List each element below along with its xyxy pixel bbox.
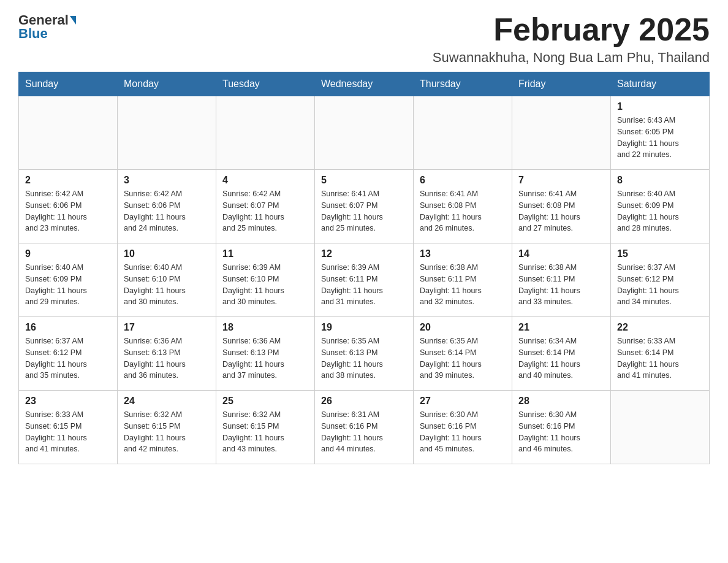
day-info: Sunrise: 6:34 AM Sunset: 6:14 PM Dayligh… (518, 335, 604, 381)
day-number: 3 (124, 175, 210, 186)
day-number: 21 (518, 322, 604, 333)
day-number: 15 (617, 248, 703, 259)
day-number: 20 (420, 322, 506, 333)
calendar-subtitle: Suwannakhuha, Nong Bua Lam Phu, Thailand (433, 50, 710, 66)
day-info: Sunrise: 6:42 AM Sunset: 6:06 PM Dayligh… (25, 188, 111, 234)
day-number: 27 (420, 396, 506, 407)
day-info: Sunrise: 6:42 AM Sunset: 6:07 PM Dayligh… (222, 188, 308, 234)
header-saturday: Saturday (611, 72, 710, 96)
day-number: 24 (124, 396, 210, 407)
header-sunday: Sunday (19, 72, 118, 96)
day-info: Sunrise: 6:41 AM Sunset: 6:08 PM Dayligh… (420, 188, 506, 234)
calendar-cell: 23Sunrise: 6:33 AM Sunset: 6:15 PM Dayli… (19, 391, 118, 464)
calendar-cell (216, 96, 315, 170)
day-info: Sunrise: 6:32 AM Sunset: 6:15 PM Dayligh… (124, 409, 210, 455)
calendar-header-row: SundayMondayTuesdayWednesdayThursdayFrid… (19, 72, 710, 96)
day-number: 10 (124, 248, 210, 259)
day-number: 7 (518, 175, 604, 186)
day-info: Sunrise: 6:39 AM Sunset: 6:10 PM Dayligh… (222, 262, 308, 308)
calendar-cell (315, 96, 414, 170)
header-monday: Monday (118, 72, 216, 96)
day-info: Sunrise: 6:38 AM Sunset: 6:11 PM Dayligh… (420, 262, 506, 308)
calendar-cell: 19Sunrise: 6:35 AM Sunset: 6:13 PM Dayli… (315, 317, 414, 391)
calendar-cell (118, 96, 216, 170)
logo: General Blue (18, 12, 76, 42)
calendar-cell (414, 96, 512, 170)
calendar-cell: 14Sunrise: 6:38 AM Sunset: 6:11 PM Dayli… (512, 243, 611, 317)
day-info: Sunrise: 6:40 AM Sunset: 6:09 PM Dayligh… (617, 188, 703, 234)
calendar-cell: 10Sunrise: 6:40 AM Sunset: 6:10 PM Dayli… (118, 243, 216, 317)
day-number: 6 (420, 175, 506, 186)
day-number: 18 (222, 322, 308, 333)
calendar-cell: 8Sunrise: 6:40 AM Sunset: 6:09 PM Daylig… (611, 170, 710, 243)
day-number: 1 (617, 101, 703, 112)
calendar-cell: 1Sunrise: 6:43 AM Sunset: 6:05 PM Daylig… (611, 96, 710, 170)
day-info: Sunrise: 6:40 AM Sunset: 6:09 PM Dayligh… (25, 262, 111, 308)
calendar-cell (19, 96, 118, 170)
day-number: 26 (321, 396, 407, 407)
day-info: Sunrise: 6:40 AM Sunset: 6:10 PM Dayligh… (124, 262, 210, 308)
logo-arrow-icon (70, 16, 76, 25)
day-info: Sunrise: 6:32 AM Sunset: 6:15 PM Dayligh… (222, 409, 308, 455)
day-info: Sunrise: 6:37 AM Sunset: 6:12 PM Dayligh… (25, 335, 111, 381)
calendar-cell: 15Sunrise: 6:37 AM Sunset: 6:12 PM Dayli… (611, 243, 710, 317)
day-info: Sunrise: 6:35 AM Sunset: 6:13 PM Dayligh… (321, 335, 407, 381)
calendar-cell: 17Sunrise: 6:36 AM Sunset: 6:13 PM Dayli… (118, 317, 216, 391)
header-thursday: Thursday (414, 72, 512, 96)
calendar-cell: 22Sunrise: 6:33 AM Sunset: 6:14 PM Dayli… (611, 317, 710, 391)
day-number: 16 (25, 322, 111, 333)
logo-blue-text: Blue (18, 26, 48, 42)
calendar-title: February 2025 (433, 12, 710, 47)
day-info: Sunrise: 6:30 AM Sunset: 6:16 PM Dayligh… (518, 409, 604, 455)
calendar-cell: 28Sunrise: 6:30 AM Sunset: 6:16 PM Dayli… (512, 391, 611, 464)
day-number: 23 (25, 396, 111, 407)
calendar-cell: 5Sunrise: 6:41 AM Sunset: 6:07 PM Daylig… (315, 170, 414, 243)
calendar-table: SundayMondayTuesdayWednesdayThursdayFrid… (18, 72, 710, 464)
day-info: Sunrise: 6:33 AM Sunset: 6:15 PM Dayligh… (25, 409, 111, 455)
week-row-4: 16Sunrise: 6:37 AM Sunset: 6:12 PM Dayli… (19, 317, 710, 391)
calendar-cell: 6Sunrise: 6:41 AM Sunset: 6:08 PM Daylig… (414, 170, 512, 243)
day-number: 19 (321, 322, 407, 333)
day-number: 17 (124, 322, 210, 333)
calendar-cell: 7Sunrise: 6:41 AM Sunset: 6:08 PM Daylig… (512, 170, 611, 243)
title-section: February 2025 Suwannakhuha, Nong Bua Lam… (433, 12, 710, 66)
day-info: Sunrise: 6:43 AM Sunset: 6:05 PM Dayligh… (617, 115, 703, 161)
calendar-cell: 11Sunrise: 6:39 AM Sunset: 6:10 PM Dayli… (216, 243, 315, 317)
week-row-3: 9Sunrise: 6:40 AM Sunset: 6:09 PM Daylig… (19, 243, 710, 317)
day-info: Sunrise: 6:38 AM Sunset: 6:11 PM Dayligh… (518, 262, 604, 308)
page-header: General Blue February 2025 Suwannakhuha,… (18, 12, 710, 66)
day-info: Sunrise: 6:31 AM Sunset: 6:16 PM Dayligh… (321, 409, 407, 455)
week-row-1: 1Sunrise: 6:43 AM Sunset: 6:05 PM Daylig… (19, 96, 710, 170)
calendar-cell: 21Sunrise: 6:34 AM Sunset: 6:14 PM Dayli… (512, 317, 611, 391)
calendar-cell: 20Sunrise: 6:35 AM Sunset: 6:14 PM Dayli… (414, 317, 512, 391)
header-tuesday: Tuesday (216, 72, 315, 96)
day-number: 8 (617, 175, 703, 186)
day-info: Sunrise: 6:42 AM Sunset: 6:06 PM Dayligh… (124, 188, 210, 234)
day-number: 22 (617, 322, 703, 333)
calendar-cell: 25Sunrise: 6:32 AM Sunset: 6:15 PM Dayli… (216, 391, 315, 464)
calendar-cell: 2Sunrise: 6:42 AM Sunset: 6:06 PM Daylig… (19, 170, 118, 243)
calendar-cell: 4Sunrise: 6:42 AM Sunset: 6:07 PM Daylig… (216, 170, 315, 243)
day-info: Sunrise: 6:41 AM Sunset: 6:07 PM Dayligh… (321, 188, 407, 234)
day-number: 9 (25, 248, 111, 259)
day-number: 14 (518, 248, 604, 259)
calendar-cell: 13Sunrise: 6:38 AM Sunset: 6:11 PM Dayli… (414, 243, 512, 317)
day-number: 11 (222, 248, 308, 259)
calendar-cell (611, 391, 710, 464)
day-info: Sunrise: 6:37 AM Sunset: 6:12 PM Dayligh… (617, 262, 703, 308)
day-number: 2 (25, 175, 111, 186)
day-number: 25 (222, 396, 308, 407)
week-row-5: 23Sunrise: 6:33 AM Sunset: 6:15 PM Dayli… (19, 391, 710, 464)
day-info: Sunrise: 6:30 AM Sunset: 6:16 PM Dayligh… (420, 409, 506, 455)
calendar-cell: 3Sunrise: 6:42 AM Sunset: 6:06 PM Daylig… (118, 170, 216, 243)
day-info: Sunrise: 6:36 AM Sunset: 6:13 PM Dayligh… (222, 335, 308, 381)
week-row-2: 2Sunrise: 6:42 AM Sunset: 6:06 PM Daylig… (19, 170, 710, 243)
day-number: 13 (420, 248, 506, 259)
day-info: Sunrise: 6:33 AM Sunset: 6:14 PM Dayligh… (617, 335, 703, 381)
day-info: Sunrise: 6:35 AM Sunset: 6:14 PM Dayligh… (420, 335, 506, 381)
calendar-cell: 16Sunrise: 6:37 AM Sunset: 6:12 PM Dayli… (19, 317, 118, 391)
day-number: 12 (321, 248, 407, 259)
day-info: Sunrise: 6:36 AM Sunset: 6:13 PM Dayligh… (124, 335, 210, 381)
day-info: Sunrise: 6:41 AM Sunset: 6:08 PM Dayligh… (518, 188, 604, 234)
day-number: 28 (518, 396, 604, 407)
